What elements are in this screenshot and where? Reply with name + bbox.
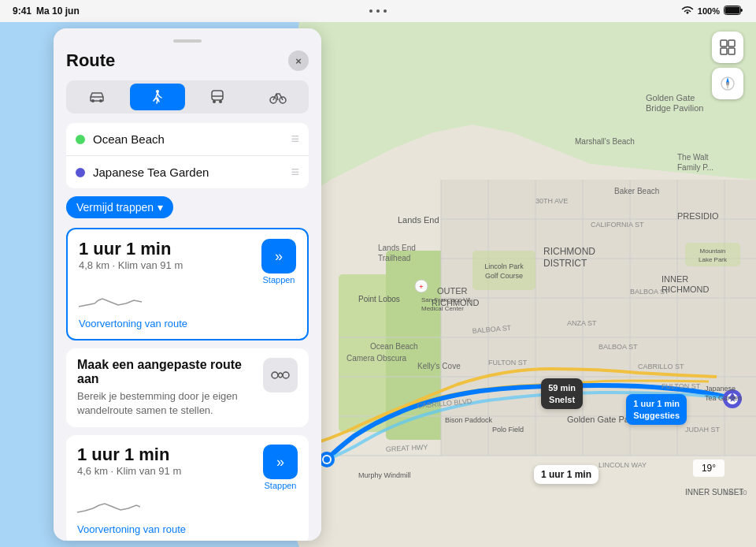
dest-handle: ≡ bbox=[291, 164, 299, 180]
route-panel: Route × bbox=[54, 28, 321, 541]
route-2-time: 1 uur 1 min bbox=[77, 445, 181, 465]
svg-point-87 bbox=[91, 99, 94, 102]
status-battery-percent: 100% bbox=[698, 6, 720, 16]
svg-text:19°: 19° bbox=[702, 463, 716, 474]
badge-bottom[interactable]: 1 uur 1 min bbox=[534, 465, 598, 484]
svg-text:FULTON ST: FULTON ST bbox=[488, 359, 528, 367]
badge-bottom-text: 1 uur 1 min bbox=[541, 469, 591, 480]
location-button[interactable] bbox=[712, 68, 743, 99]
badge-suggested-line2: Suggesties bbox=[633, 410, 680, 421]
close-button[interactable]: × bbox=[288, 50, 309, 71]
route-1-time: 1 uur 1 min bbox=[79, 239, 183, 259]
svg-text:Japanese: Japanese bbox=[705, 385, 736, 393]
svg-text:Lands End: Lands End bbox=[398, 215, 439, 225]
svg-text:JUDAH ST: JUDAH ST bbox=[685, 426, 721, 434]
svg-text:Murphy Windmill: Murphy Windmill bbox=[358, 471, 411, 479]
steps-button-2[interactable]: » Stappen bbox=[263, 445, 298, 490]
transport-tabs bbox=[66, 80, 309, 113]
origin-dot bbox=[76, 135, 85, 144]
transit-icon bbox=[209, 89, 225, 105]
svg-text:Medical Center: Medical Center bbox=[421, 305, 464, 312]
badge-fastest[interactable]: 59 min Snelst bbox=[541, 378, 583, 409]
svg-text:Golf Course: Golf Course bbox=[485, 272, 523, 280]
tab-bike[interactable] bbox=[250, 84, 306, 110]
svg-text:Lincoln Park: Lincoln Park bbox=[484, 262, 524, 270]
custom-route-card[interactable]: Maak een aangepaste route aan Bereik je … bbox=[66, 348, 309, 427]
avoid-stairs-button[interactable]: Vermijd trappen ▾ bbox=[66, 196, 173, 218]
route-card-1[interactable]: 1 uur 1 min 4,8 km · Klim van 91 m » Sta… bbox=[66, 228, 309, 340]
svg-text:BALBOA ST: BALBOA ST bbox=[598, 343, 638, 351]
steps-label-1: Stappen bbox=[263, 275, 295, 285]
map-type-icon bbox=[720, 39, 736, 55]
svg-text:Golden Gate: Golden Gate bbox=[646, 93, 695, 102]
svg-text:LK1 30: LK1 30 bbox=[724, 489, 747, 497]
origin-row[interactable]: Ocean Beach ≡ bbox=[66, 123, 309, 155]
svg-text:Lake Park: Lake Park bbox=[699, 256, 728, 263]
steps-icon-1: » bbox=[261, 239, 296, 274]
svg-rect-1 bbox=[725, 7, 740, 14]
voorvertoning-1[interactable]: Voorvertoning van route bbox=[79, 318, 296, 329]
svg-text:LINCOLN WAY: LINCOLN WAY bbox=[598, 461, 647, 469]
route-1-elevation bbox=[79, 288, 142, 310]
svg-text:RICHMOND: RICHMOND bbox=[543, 246, 595, 257]
steps-label-2: Stappen bbox=[265, 481, 297, 490]
svg-rect-49 bbox=[472, 251, 536, 290]
tab-car[interactable] bbox=[69, 84, 125, 110]
svg-text:Baker Beach: Baker Beach bbox=[614, 187, 659, 195]
route-card-2[interactable]: 1 uur 1 min 4,6 km · Klim van 91 m » Sta… bbox=[66, 435, 309, 541]
custom-route-title: Maak een aangepaste route aan bbox=[77, 358, 255, 386]
svg-point-24 bbox=[324, 456, 330, 463]
svg-text:PRESIDIO: PRESIDIO bbox=[677, 211, 719, 221]
svg-text:+: + bbox=[419, 283, 423, 291]
svg-text:Bison Paddock: Bison Paddock bbox=[445, 416, 493, 424]
route-1-details: 4,8 km · Klim van 91 m bbox=[79, 259, 183, 271]
top-dot-1 bbox=[369, 9, 372, 13]
steps-button-1[interactable]: » Stappen bbox=[261, 239, 296, 285]
svg-text:Polo Field: Polo Field bbox=[492, 426, 524, 434]
panel-title: Route bbox=[66, 50, 115, 71]
svg-text:Kelly's Cove: Kelly's Cove bbox=[417, 362, 461, 370]
svg-text:Point Lobos: Point Lobos bbox=[358, 295, 400, 303]
badge-suggested[interactable]: 1 uur 1 min Suggesties bbox=[626, 394, 687, 425]
car-icon bbox=[88, 90, 106, 104]
map-type-button[interactable] bbox=[712, 32, 743, 63]
status-bar: 9:41 Ma 10 jun 100% bbox=[0, 0, 756, 22]
svg-point-98 bbox=[272, 372, 278, 378]
svg-text:CABRILLO ST: CABRILLO ST bbox=[638, 363, 684, 370]
dest-dot bbox=[76, 168, 85, 177]
custom-route-icon bbox=[263, 358, 298, 393]
status-battery-icon bbox=[724, 6, 743, 17]
status-day: Ma 10 jun bbox=[36, 6, 80, 17]
badge-fastest-line1: 59 min bbox=[548, 382, 576, 393]
route-2-details: 4,6 km · Klim van 91 m bbox=[77, 465, 181, 477]
origin-handle: ≡ bbox=[291, 131, 299, 147]
map-controls bbox=[712, 32, 743, 99]
svg-text:DISTRICT: DISTRICT bbox=[543, 258, 587, 269]
svg-text:Family P...: Family P... bbox=[677, 163, 713, 172]
svg-text:Marshall's Beach: Marshall's Beach bbox=[575, 137, 635, 146]
route-inputs: Ocean Beach ≡ Japanese Tea Garden ≡ bbox=[66, 123, 309, 188]
svg-rect-90 bbox=[212, 91, 223, 100]
voorvertoning-2[interactable]: Voorvertoning van route bbox=[77, 523, 298, 535]
svg-rect-84 bbox=[728, 48, 735, 54]
svg-text:FULTON ST: FULTON ST bbox=[662, 382, 701, 390]
svg-text:Trailhead: Trailhead bbox=[378, 254, 410, 262]
svg-text:ANZA ST: ANZA ST bbox=[567, 319, 597, 327]
svg-rect-83 bbox=[721, 48, 727, 54]
destination-row[interactable]: Japanese Tea Garden ≡ bbox=[66, 155, 309, 188]
svg-text:Ocean Beach: Ocean Beach bbox=[370, 342, 418, 351]
bike-icon bbox=[269, 90, 287, 104]
avoid-chevron-icon: ▾ bbox=[158, 201, 163, 214]
compass-icon bbox=[720, 76, 736, 91]
top-dot-3 bbox=[384, 9, 387, 13]
svg-text:Mountain: Mountain bbox=[700, 247, 726, 255]
panel-handle bbox=[173, 39, 202, 43]
tab-transit[interactable] bbox=[190, 84, 246, 110]
panel-header: Route × bbox=[66, 50, 309, 71]
walk-icon bbox=[150, 89, 165, 105]
svg-text:The Walt: The Walt bbox=[677, 153, 709, 162]
svg-text:30TH AVE: 30TH AVE bbox=[536, 197, 568, 205]
status-time: 9:41 bbox=[13, 6, 32, 17]
top-dot-2 bbox=[376, 9, 380, 13]
tab-walk[interactable] bbox=[130, 84, 186, 110]
